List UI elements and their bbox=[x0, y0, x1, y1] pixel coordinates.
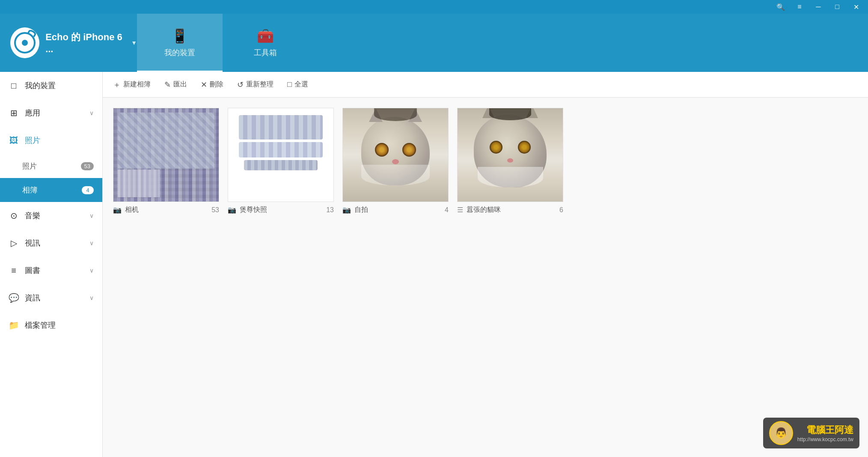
export-label: 匯出 bbox=[173, 80, 187, 89]
album-cats-name: 囂張的貓咪 bbox=[467, 205, 501, 214]
album-cats-thumb bbox=[457, 108, 563, 202]
main-content: ＋ 新建相簿 ✎ 匯出 ✕ 刪除 ↺ 重新整理 □ 全選 bbox=[103, 72, 868, 457]
video-sidebar-icon: ▷ bbox=[9, 238, 19, 248]
sidebar-books-label: 圖書 bbox=[25, 265, 83, 276]
maximize-button[interactable]: □ bbox=[832, 2, 842, 12]
toolbar: ＋ 新建相簿 ✎ 匯出 ✕ 刪除 ↺ 重新整理 □ 全選 bbox=[103, 72, 868, 98]
sidebar-item-video[interactable]: ▷ 視訊 ∨ bbox=[0, 229, 102, 257]
album-selfie-info: 📷 自拍 4 bbox=[342, 205, 449, 214]
tab-toolbox[interactable]: 🧰 工具箱 bbox=[223, 14, 308, 72]
album-selfie-thumb bbox=[342, 108, 449, 202]
tab-my-device[interactable]: 📱 我的裝置 bbox=[137, 14, 223, 72]
album-favorites[interactable]: 📷 煲尊快照 13 bbox=[228, 108, 334, 214]
music-sidebar-icon: ⊙ bbox=[9, 211, 19, 221]
new-album-label: 新建相簿 bbox=[123, 80, 151, 89]
app-logo bbox=[10, 27, 39, 58]
watermark-title: 電腦王阿達 bbox=[797, 424, 853, 436]
album-selfie-count: 4 bbox=[445, 206, 449, 214]
watermark-url: http://www.kocpc.com.tw bbox=[797, 436, 853, 442]
close-button[interactable]: ✕ bbox=[851, 2, 861, 12]
logo-dot bbox=[22, 40, 28, 46]
favorites-album-icon: 📷 bbox=[228, 206, 236, 214]
cats-album-icon: ☰ bbox=[457, 206, 463, 214]
my-device-icon: 📱 bbox=[171, 28, 188, 44]
photos-sidebar-icon: 🖼 bbox=[9, 136, 19, 145]
reorganize-button[interactable]: ↺ 重新整理 bbox=[237, 80, 273, 89]
album-camera[interactable]: 📷 相机 53 bbox=[113, 108, 219, 214]
sidebar-files-label: 檔案管理 bbox=[25, 320, 94, 330]
sidebar-info-label: 資訊 bbox=[25, 293, 83, 303]
new-album-button[interactable]: ＋ 新建相簿 bbox=[113, 80, 151, 90]
albums-count-badge: 4 bbox=[82, 186, 94, 194]
album-selfie[interactable]: 📷 自拍 4 bbox=[342, 108, 449, 214]
delete-icon: ✕ bbox=[201, 80, 207, 89]
sidebar-apps-label: 應用 bbox=[25, 108, 83, 118]
watermark-avatar: 👨 bbox=[769, 421, 793, 445]
tab-my-device-label: 我的裝置 bbox=[164, 47, 195, 58]
watermark: 👨 電腦王阿達 http://www.kocpc.com.tw bbox=[763, 418, 859, 448]
tab-toolbox-label: 工具箱 bbox=[254, 47, 277, 58]
sidebar-item-info[interactable]: 💬 資訊 ∨ bbox=[0, 284, 102, 312]
music-chevron-icon: ∨ bbox=[89, 212, 94, 219]
sidebar-subitem-photos[interactable]: 照片 53 bbox=[0, 154, 102, 178]
sidebar-item-books[interactable]: ≡ 圖書 ∨ bbox=[0, 257, 102, 284]
books-chevron-icon: ∨ bbox=[89, 267, 94, 274]
reorganize-label: 重新整理 bbox=[246, 80, 273, 89]
sidebar-my-device-label: 我的裝置 bbox=[25, 80, 94, 91]
album-favorites-thumb bbox=[228, 108, 334, 202]
album-cats-count: 6 bbox=[559, 206, 563, 214]
camera-album-icon: 📷 bbox=[113, 206, 122, 214]
select-all-label: 全選 bbox=[294, 80, 308, 89]
logo-ring bbox=[14, 32, 36, 53]
toolbox-icon: 🧰 bbox=[257, 28, 274, 44]
sidebar-item-photos[interactable]: 🖼 照片 bbox=[0, 127, 102, 154]
sidebar-albums-label: 相簿 bbox=[22, 185, 76, 195]
sidebar: □ 我的裝置 ⊞ 應用 ∨ 🖼 照片 照片 53 相簿 4 ⊙ 音樂 ∨ ▷ 視… bbox=[0, 72, 103, 457]
sidebar-photos-label: 照片 bbox=[25, 135, 94, 145]
album-camera-name: 相机 bbox=[125, 205, 139, 214]
new-album-icon: ＋ bbox=[113, 80, 121, 90]
album-cats[interactable]: ☰ 囂張的貓咪 6 bbox=[457, 108, 563, 214]
album-favorites-name: 煲尊快照 bbox=[240, 205, 267, 214]
sidebar-item-files[interactable]: 📁 檔案管理 bbox=[0, 312, 102, 339]
sidebar-photos-sub-label: 照片 bbox=[22, 161, 37, 171]
reorganize-icon: ↺ bbox=[237, 80, 244, 89]
select-all-icon: □ bbox=[287, 80, 292, 89]
minimize-button[interactable]: ─ bbox=[813, 2, 823, 12]
menu-button[interactable]: ≡ bbox=[794, 2, 805, 12]
album-cats-info: ☰ 囂張的貓咪 6 bbox=[457, 205, 563, 214]
album-favorites-count: 13 bbox=[326, 206, 334, 214]
album-selfie-name: 自拍 bbox=[354, 205, 368, 214]
sidebar-item-music[interactable]: ⊙ 音樂 ∨ bbox=[0, 202, 102, 229]
header-nav: 📱 我的裝置 🧰 工具箱 bbox=[137, 14, 868, 72]
selfie-album-icon: 📷 bbox=[342, 206, 351, 214]
search-button[interactable]: 🔍 bbox=[776, 2, 786, 12]
device-name[interactable]: Echo 的 iPhone 6 ... ▼ bbox=[45, 31, 137, 55]
sidebar-item-my-device[interactable]: □ 我的裝置 bbox=[0, 72, 102, 99]
app-logo-section: Echo 的 iPhone 6 ... ▼ bbox=[0, 14, 137, 72]
header: Echo 的 iPhone 6 ... ▼ 📱 我的裝置 🧰 工具箱 bbox=[0, 14, 868, 72]
device-dropdown-arrow[interactable]: ▼ bbox=[131, 39, 137, 46]
titlebar: 🔍 ≡ ─ □ ✕ bbox=[0, 0, 868, 14]
export-button[interactable]: ✎ 匯出 bbox=[164, 80, 187, 89]
books-sidebar-icon: ≡ bbox=[9, 266, 19, 276]
sidebar-music-label: 音樂 bbox=[25, 211, 83, 221]
files-sidebar-icon: 📁 bbox=[9, 320, 19, 330]
app-body: □ 我的裝置 ⊞ 應用 ∨ 🖼 照片 照片 53 相簿 4 ⊙ 音樂 ∨ ▷ 視… bbox=[0, 72, 868, 457]
sidebar-video-label: 視訊 bbox=[25, 238, 83, 248]
logo-tail bbox=[27, 29, 37, 37]
sidebar-item-albums[interactable]: 相簿 4 bbox=[0, 178, 102, 202]
album-camera-info: 📷 相机 53 bbox=[113, 205, 219, 214]
apps-chevron-icon: ∨ bbox=[89, 110, 94, 116]
video-chevron-icon: ∨ bbox=[89, 240, 94, 246]
album-camera-thumb bbox=[113, 108, 219, 202]
apps-sidebar-icon: ⊞ bbox=[9, 108, 19, 118]
sidebar-item-apps[interactable]: ⊞ 應用 ∨ bbox=[0, 99, 102, 127]
delete-label: 刪除 bbox=[210, 80, 223, 89]
photos-count-badge: 53 bbox=[81, 162, 94, 170]
select-all-button[interactable]: □ 全選 bbox=[287, 80, 308, 89]
album-camera-count: 53 bbox=[211, 206, 219, 214]
watermark-text-block: 電腦王阿達 http://www.kocpc.com.tw bbox=[797, 424, 853, 442]
album-favorites-info: 📷 煲尊快照 13 bbox=[228, 205, 334, 214]
delete-button[interactable]: ✕ 刪除 bbox=[201, 80, 223, 89]
